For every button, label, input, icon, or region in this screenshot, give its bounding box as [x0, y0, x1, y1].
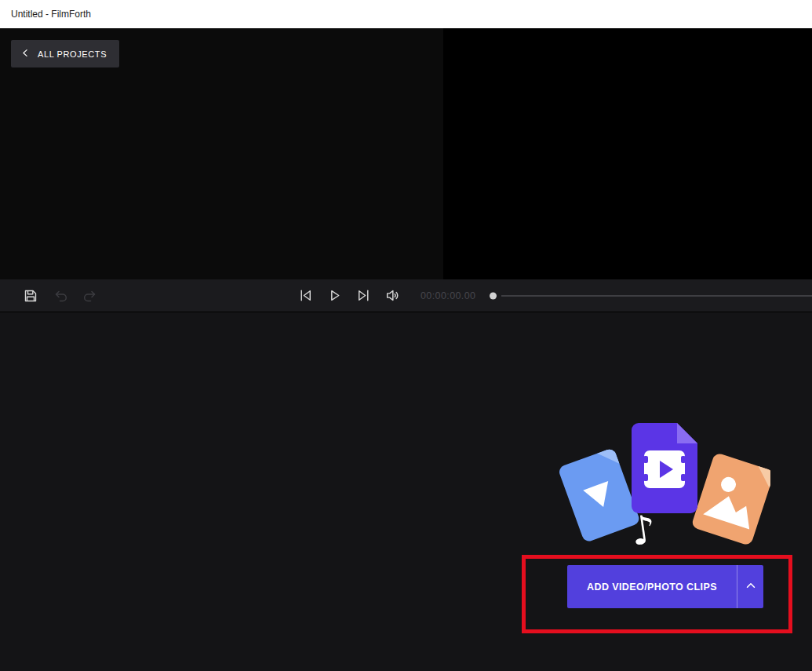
chevron-up-icon	[745, 579, 757, 594]
timeline-area: ♪ ADD VIDEO/PHOTO CLIPS	[0, 312, 812, 671]
film-file-icon	[632, 423, 697, 513]
play-icon	[326, 287, 343, 304]
redo-button[interactable]	[81, 286, 100, 305]
save-button[interactable]	[21, 286, 40, 305]
skip-to-start-icon	[297, 287, 314, 304]
video-preview	[443, 28, 812, 279]
titlebar: Untitled - FilmForth	[0, 0, 812, 28]
save-icon	[23, 288, 38, 304]
volume-button[interactable]	[383, 286, 402, 305]
playback-toolbar: 00:00:00.00	[0, 279, 812, 312]
add-video-photo-clips-button[interactable]: ADD VIDEO/PHOTO CLIPS	[567, 565, 737, 608]
redo-icon	[82, 288, 98, 304]
skip-to-end-icon	[355, 287, 372, 304]
seek-handle[interactable]	[490, 292, 497, 299]
all-projects-label: ALL PROJECTS	[38, 49, 107, 59]
undo-button[interactable]	[51, 286, 70, 305]
window-title: Untitled - FilmForth	[11, 9, 91, 20]
volume-icon	[384, 287, 401, 304]
photo-card-icon	[691, 452, 770, 546]
editor-top: ALL PROJECTS	[0, 28, 812, 279]
video-card-icon	[559, 447, 641, 543]
add-clips-dropdown-toggle[interactable]	[737, 565, 763, 608]
all-projects-button[interactable]: ALL PROJECTS	[11, 40, 119, 67]
skip-to-start-button[interactable]	[296, 286, 315, 305]
skip-to-end-button[interactable]	[354, 286, 373, 305]
add-clips-button-group: ADD VIDEO/PHOTO CLIPS	[567, 565, 763, 608]
media-illustration: ♪	[559, 411, 770, 551]
time-display: 00:00:00.00	[421, 279, 475, 312]
play-button[interactable]	[325, 286, 344, 305]
undo-icon	[53, 288, 68, 304]
chevron-left-icon	[20, 48, 31, 60]
seek-track[interactable]	[501, 295, 812, 297]
filmforth-window: Untitled - FilmForth ALL PROJECTS	[0, 0, 812, 671]
